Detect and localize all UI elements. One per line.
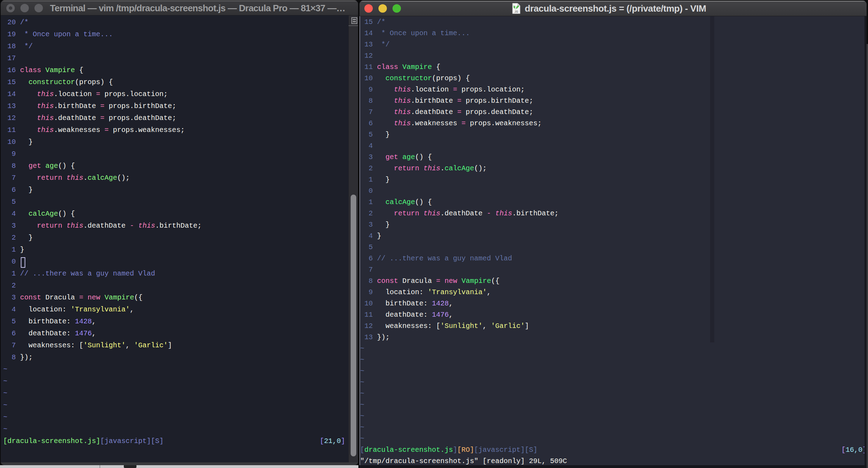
svg-text:JS: JS — [515, 10, 518, 13]
